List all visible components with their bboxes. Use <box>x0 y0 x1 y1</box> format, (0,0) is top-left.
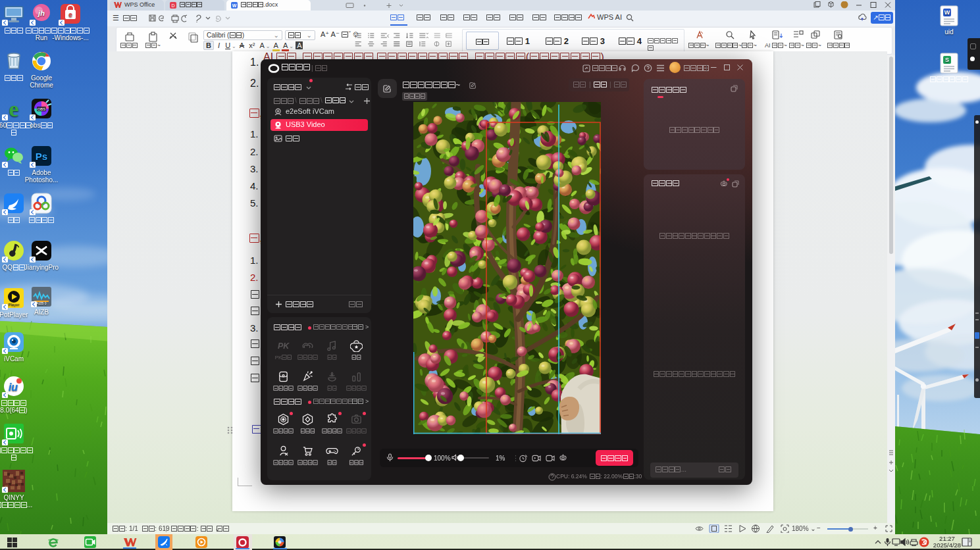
svg-text:iu: iu <box>9 382 18 393</box>
svg-text:W: W <box>944 9 950 16</box>
svg-text:W: W <box>232 3 237 8</box>
svg-text:AIZB 0: AIZB 0 <box>36 301 47 305</box>
svg-text:e: e <box>68 11 72 18</box>
svg-text:OBS: OBS <box>38 107 46 111</box>
svg-text:Ps: Ps <box>36 151 47 162</box>
svg-text:PK: PK <box>278 341 290 351</box>
svg-text:S: S <box>945 57 949 63</box>
svg-text:jh: jh <box>37 9 45 17</box>
svg-text:D: D <box>171 3 174 8</box>
